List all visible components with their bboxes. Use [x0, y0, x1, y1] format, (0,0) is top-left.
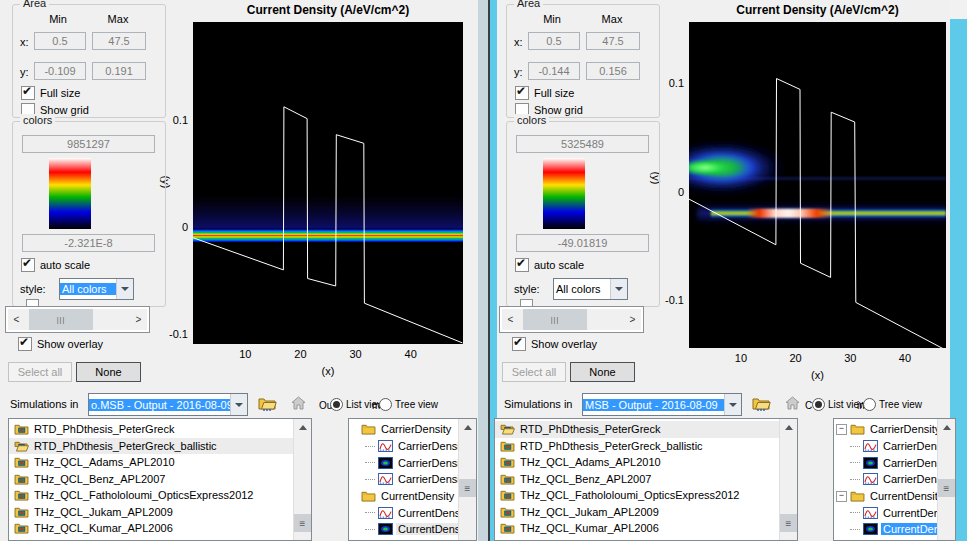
dropdown-button[interactable] [610, 279, 627, 299]
tree-item[interactable]: CarrierDensity [349, 438, 460, 455]
scroll-right-button[interactable]: > [624, 309, 641, 330]
scroll-up-button[interactable] [294, 419, 311, 435]
chart-file-icon [863, 507, 878, 519]
plot-area[interactable] [193, 22, 463, 344]
x-min-field[interactable]: 0.5 [34, 32, 86, 50]
x-max-field[interactable]: 47.5 [586, 32, 640, 50]
tree-item[interactable]: CurrentDensity [349, 538, 460, 540]
tree-view-radio[interactable]: Tree view [863, 398, 922, 411]
full-size-checkbox[interactable]: Full size [21, 86, 80, 100]
scroll-up-button[interactable] [938, 419, 955, 435]
tree-item[interactable]: CurrentDensity [349, 521, 460, 538]
browse-folder-button[interactable] [256, 393, 278, 413]
y-min-field[interactable]: -0.109 [34, 62, 86, 80]
show-overlay-checkbox[interactable]: Show overlay [18, 337, 103, 351]
scroll-up-button[interactable] [780, 419, 797, 435]
plot-pan-scrollbar[interactable]: < ||| > [5, 306, 150, 333]
home-button[interactable] [781, 393, 803, 413]
select-all-button[interactable]: Select all [502, 362, 566, 382]
color-scale-min-field[interactable]: -49.01819 [516, 234, 649, 252]
tree-scrollbar[interactable]: ≡ [458, 419, 476, 540]
dropdown-button[interactable] [724, 394, 741, 415]
tree-item[interactable]: CurrentDensity [834, 538, 939, 540]
list-item[interactable]: THz_QCL_Benz_APL2007 [9, 471, 294, 488]
select-all-button[interactable]: Select all [8, 362, 72, 382]
scrollbar-track[interactable]: ||| [519, 309, 624, 330]
x-min-field[interactable]: 0.5 [528, 32, 580, 50]
tree-item[interactable]: CurrentDensity [349, 504, 460, 521]
tree-folder[interactable]: CarrierDensity [349, 421, 460, 438]
color-scale-max-field[interactable]: 9851297 [22, 135, 155, 153]
scrollbar-thumb[interactable]: ||| [29, 309, 93, 330]
tree-view-radio[interactable]: Tree view [379, 398, 438, 411]
list-item[interactable]: RTD_PhDthesis_PeterGreck [9, 421, 294, 438]
auto-scale-checkbox[interactable]: auto scale [21, 258, 90, 272]
tree-item[interactable]: CarrierDensity [834, 438, 939, 455]
collapse-toggle[interactable]: − [836, 491, 847, 502]
list-item[interactable]: RTD_PhDthesis_PeterGreck_ballistic [495, 438, 780, 455]
list-item[interactable]: THz_QCL_Adams_APL2010 [9, 454, 294, 471]
auto-scale-checkbox[interactable]: auto scale [515, 258, 584, 272]
tree-item[interactable]: CurrentDensity [834, 504, 939, 521]
list-scrollbar[interactable]: ≡ [293, 419, 311, 540]
home-button[interactable] [287, 393, 309, 413]
auto-scale-label: auto scale [534, 259, 584, 271]
tree-folder[interactable]: −CurrentDensity [834, 488, 939, 505]
tree-item[interactable]: CarrierDensity [349, 454, 460, 471]
dropdown-button[interactable] [116, 279, 133, 299]
tree-item[interactable]: CarrierDensity [349, 471, 460, 488]
list-item[interactable]: RTD_PhDthesis_PeterGreck [495, 421, 780, 438]
list-item[interactable]: THz_QCL_Jukam_APL2009 [9, 504, 294, 521]
list-item[interactable]: THz_QCL_Kumar_APL2006 [9, 520, 294, 537]
scroll-left-button[interactable]: < [8, 309, 25, 330]
scrollbar-thumb[interactable]: ≡ [294, 514, 311, 532]
heatmap-plot[interactable]: 102030400.10-0.1(x) [160, 0, 480, 385]
scrollbar-thumb[interactable]: ≡ [459, 479, 476, 497]
heatmap-plot[interactable]: 102030400.10-0.1(x) [650, 0, 960, 385]
x-max-field[interactable]: 47.5 [92, 32, 146, 50]
full-size-label: Full size [40, 87, 80, 99]
style-select[interactable]: All colors [553, 278, 628, 300]
list-scrollbar[interactable]: ≡ [779, 419, 797, 540]
scroll-right-button[interactable]: > [130, 309, 147, 330]
none-button[interactable]: None [570, 362, 635, 382]
none-button[interactable]: None [76, 362, 141, 382]
list-item[interactable]: THz_QCL_Fathololoumi_OpticsExpress2012 [495, 487, 780, 504]
simulations-folder-select[interactable]: o.MSB - Output - 2016-08-09 [88, 393, 248, 416]
y-row-label: y: [20, 66, 29, 78]
scroll-up-button[interactable] [459, 419, 476, 435]
scrollbar-thumb[interactable]: ||| [523, 309, 587, 330]
dropdown-button[interactable] [230, 394, 247, 415]
list-item[interactable]: THz_QCL_Luo_APL2007 [9, 537, 294, 541]
browse-folder-button[interactable] [750, 393, 772, 413]
y-max-field[interactable]: 0.156 [586, 62, 640, 80]
style-select[interactable]: All colors [59, 278, 134, 300]
list-item[interactable]: THz_QCL_Kumar_APL2006 [495, 520, 780, 537]
full-size-checkbox[interactable]: Full size [515, 86, 574, 100]
y-max-field[interactable]: 0.191 [92, 62, 146, 80]
list-item[interactable]: THz_QCL_Adams_APL2010 [495, 454, 780, 471]
scroll-left-button[interactable]: < [502, 309, 519, 330]
list-item[interactable]: THz_QCL_Jukam_APL2009 [495, 504, 780, 521]
list-item[interactable]: THz_QCL_Fathololoumi_OpticsExpress2012 [9, 487, 294, 504]
color-scale-max-field[interactable]: 5325489 [516, 135, 649, 153]
tree-item[interactable]: CurrentDensity [834, 521, 939, 538]
simulations-folder-select[interactable]: MSB - Output - 2016-08-09 [582, 393, 742, 416]
list-item[interactable]: RTD_PhDthesis_PeterGreck_ballistic [9, 438, 294, 455]
tree-folder[interactable]: CurrentDensity [349, 488, 460, 505]
show-overlay-checkbox[interactable]: Show overlay [512, 337, 597, 351]
list-item[interactable]: THz_QCL_Benz_APL2007 [495, 471, 780, 488]
style-label: style: [20, 283, 46, 295]
tree-scrollbar[interactable]: ≡ [937, 419, 955, 540]
collapse-toggle[interactable]: − [836, 424, 847, 435]
tree-item[interactable]: CarrierDensity [834, 471, 939, 488]
scrollbar-thumb[interactable]: ≡ [938, 479, 955, 497]
scrollbar-thumb[interactable]: ≡ [780, 514, 797, 532]
y-min-field[interactable]: -0.144 [528, 62, 580, 80]
color-scale-min-field[interactable]: -2.321E-8 [22, 234, 155, 252]
plot-pan-scrollbar[interactable]: < ||| > [499, 306, 644, 333]
scrollbar-track[interactable]: ||| [25, 309, 130, 330]
tree-item[interactable]: CarrierDensity [834, 454, 939, 471]
tree-folder[interactable]: −CarrierDensity [834, 421, 939, 438]
list-item[interactable]: THz_QCL_Luo_APL2007 [495, 537, 780, 541]
